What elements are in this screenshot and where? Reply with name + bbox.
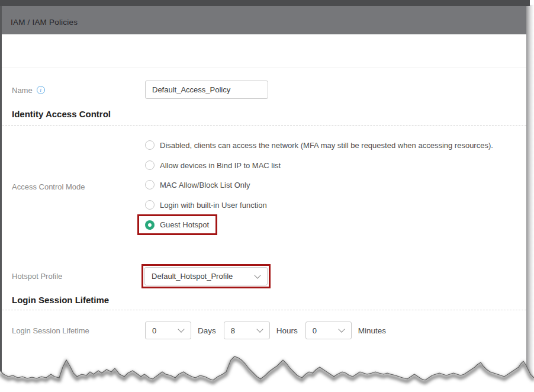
radio-option-builtin-user[interactable]: Login with built-in User function bbox=[145, 195, 267, 215]
radio-button-selected[interactable] bbox=[145, 220, 155, 230]
radio-option-label: MAC Allow/Block List Only bbox=[160, 181, 250, 189]
card-header-divider bbox=[2, 67, 526, 68]
name-label: Name bbox=[12, 86, 33, 95]
days-unit-label: Days bbox=[198, 326, 216, 335]
iam-policy-page: IAM / IAM Policies Name Identity Access … bbox=[0, 0, 534, 392]
radio-option-mac-allow-block[interactable]: MAC Allow/Block List Only bbox=[145, 175, 250, 195]
breadcrumb-bar: IAM / IAM Policies bbox=[0, 6, 526, 34]
radio-option-label: Allow devices in Bind IP to MAC list bbox=[160, 161, 281, 170]
breadcrumb[interactable]: IAM / IAM Policies bbox=[11, 6, 78, 34]
minutes-value: 0 bbox=[313, 326, 317, 335]
hours-unit-label: Hours bbox=[276, 326, 298, 335]
policy-form-card: Name Identity Access Control Access Cont… bbox=[2, 34, 526, 392]
hours-value: 8 bbox=[231, 326, 235, 335]
chevron-down-icon bbox=[256, 326, 263, 332]
info-icon[interactable] bbox=[37, 86, 45, 94]
name-label-row: Name bbox=[12, 81, 45, 99]
radio-option-label: Disabled, clients can access the network… bbox=[160, 141, 493, 150]
minutes-unit-label: Minutes bbox=[358, 326, 386, 335]
radio-option-guest-hotspot-highlighted[interactable]: Guest Hotspot bbox=[137, 214, 217, 235]
section-divider bbox=[2, 125, 526, 126]
section-identity-access-control: Identity Access Control bbox=[12, 109, 111, 119]
hours-select[interactable]: 8 bbox=[224, 322, 270, 339]
window-right-shadow bbox=[526, 5, 534, 381]
section-divider bbox=[2, 310, 526, 310]
login-session-lifetime-label: Login Session Lifetime bbox=[12, 322, 89, 339]
hotspot-profile-highlight-box: Default_Hotspot_Profile bbox=[141, 264, 271, 288]
radio-option-bind-ip-mac[interactable]: Allow devices in Bind IP to MAC list bbox=[145, 155, 281, 175]
radio-option-label: Guest Hotspot bbox=[160, 220, 209, 229]
session-lifetime-controls: 0 Days 8 Hours 0 Minutes bbox=[145, 322, 386, 339]
radio-option-disabled[interactable]: Disabled, clients can access the network… bbox=[145, 135, 493, 155]
hotspot-profile-select[interactable]: Default_Hotspot_Profile bbox=[144, 267, 268, 285]
days-select[interactable]: 0 bbox=[145, 322, 191, 339]
name-input[interactable] bbox=[145, 81, 268, 99]
window-top-strip bbox=[0, 0, 530, 6]
radio-button[interactable] bbox=[145, 180, 155, 189]
minutes-select[interactable]: 0 bbox=[305, 322, 352, 339]
hotspot-profile-label: Hotspot Profile bbox=[12, 267, 62, 285]
torn-edge-decoration bbox=[0, 351, 534, 392]
radio-button[interactable] bbox=[145, 200, 155, 210]
days-value: 0 bbox=[152, 326, 156, 335]
chevron-down-icon bbox=[338, 326, 345, 332]
hotspot-profile-value: Default_Hotspot_Profile bbox=[152, 272, 233, 281]
radio-option-label: Login with built-in User function bbox=[160, 201, 267, 210]
access-control-mode-label: Access Control Mode bbox=[12, 181, 85, 192]
chevron-down-icon bbox=[178, 326, 184, 332]
radio-button[interactable] bbox=[145, 160, 155, 170]
section-login-session-lifetime: Login Session Lifetime bbox=[12, 295, 109, 305]
radio-button[interactable] bbox=[145, 140, 155, 150]
chevron-down-icon bbox=[254, 272, 260, 278]
